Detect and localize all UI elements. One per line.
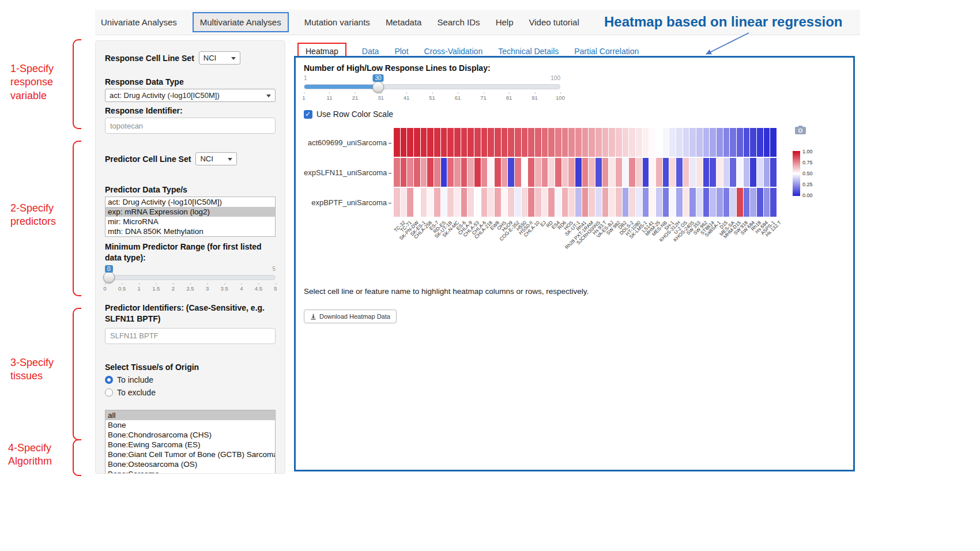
heatmap-cell[interactable] xyxy=(542,158,548,187)
panel-tab-plot[interactable]: Plot xyxy=(394,47,408,56)
listbox-option[interactable]: mir: MicroRNA xyxy=(105,217,275,227)
heatmap-cell[interactable] xyxy=(568,128,575,157)
heatmap-cell[interactable] xyxy=(595,128,602,157)
heatmap-cell[interactable] xyxy=(703,158,710,187)
heatmap-cell[interactable] xyxy=(515,128,521,157)
heatmap-cell[interactable] xyxy=(441,188,447,217)
heatmap-cell[interactable] xyxy=(683,188,689,217)
heatmap-cell[interactable] xyxy=(663,188,669,217)
panel-tab-partial-correlation[interactable]: Partial Correlation xyxy=(574,47,639,56)
heatmap-cell[interactable] xyxy=(555,158,561,187)
heatmap-cell[interactable] xyxy=(696,188,703,217)
heatmap-cell[interactable] xyxy=(744,158,750,187)
heatmap-row-label[interactable]: expBPTF_uniSarcoma xyxy=(304,198,394,207)
heatmap-cell[interactable] xyxy=(441,158,447,187)
heatmap-cell[interactable] xyxy=(568,158,575,187)
listbox-option[interactable]: Bone:Ewing Sarcoma (ES) xyxy=(105,440,275,450)
heatmap-cell[interactable] xyxy=(542,128,548,157)
heatmap-cell[interactable] xyxy=(481,128,488,157)
heatmap-cell[interactable] xyxy=(528,128,534,157)
heatmap-cell[interactable] xyxy=(535,158,541,187)
heatmap-cell[interactable] xyxy=(414,158,420,187)
heatmap-cell[interactable] xyxy=(394,158,400,187)
nav-tab-univariate-analyses[interactable]: Univariate Analyses xyxy=(101,17,177,27)
slider-handle[interactable] xyxy=(372,81,384,93)
heatmap-cell[interactable] xyxy=(488,188,494,217)
heatmap-cell[interactable] xyxy=(434,128,440,157)
response-data-type-select[interactable]: act: Drug Activity (-log10[IC50M]) xyxy=(105,89,276,102)
predictor-cell-line-set-select[interactable]: NCI xyxy=(195,152,237,165)
heatmap-cell[interactable] xyxy=(407,128,413,157)
heatmap-cell[interactable] xyxy=(468,188,474,217)
heatmap-cell[interactable] xyxy=(407,188,413,217)
heatmap-cell[interactable] xyxy=(461,158,468,187)
heatmap-cell[interactable] xyxy=(676,128,683,157)
listbox-option[interactable]: all xyxy=(105,410,275,420)
heatmap-cell[interactable] xyxy=(730,128,736,157)
heatmap-cell[interactable] xyxy=(548,158,555,187)
heatmap-cell[interactable] xyxy=(421,188,427,217)
download-heatmap-button[interactable]: Download Heatmap Data xyxy=(304,310,397,323)
nav-tab-multivariate-analyses[interactable]: Multivariate Analyses xyxy=(193,12,289,32)
heatmap-cell[interactable] xyxy=(602,188,609,217)
heatmap-cell[interactable] xyxy=(750,128,756,157)
heatmap-cell[interactable] xyxy=(737,158,743,187)
heatmap-cell[interactable] xyxy=(717,188,723,217)
heatmap-cell[interactable] xyxy=(488,128,494,157)
heatmap-cell[interactable] xyxy=(502,158,508,187)
heatmap-cell[interactable] xyxy=(750,158,756,187)
heatmap-cell[interactable] xyxy=(730,158,736,187)
heatmap-cell[interactable] xyxy=(623,158,629,187)
heatmap-cell[interactable] xyxy=(528,188,534,217)
heatmap-cell[interactable] xyxy=(421,158,427,187)
heatmap-cell[interactable] xyxy=(689,188,696,217)
heatmap-cell[interactable] xyxy=(649,188,655,217)
heatmap-cell[interactable] xyxy=(575,188,582,217)
heatmap-cell[interactable] xyxy=(575,158,582,187)
listbox-option[interactable]: Bone:Chondrosarcoma (CHS) xyxy=(105,430,275,440)
heatmap-cell[interactable] xyxy=(649,128,655,157)
predictor-data-types-listbox[interactable]: act: Drug Activity (-log10[IC50M])exp: m… xyxy=(105,197,276,237)
heatmap-cell[interactable] xyxy=(447,158,454,187)
listbox-option[interactable]: exp: mRNA Expression (log2) xyxy=(105,207,275,217)
heatmap-cell[interactable] xyxy=(562,158,568,187)
heatmap-cell[interactable] xyxy=(717,158,723,187)
heatmap-cell[interactable] xyxy=(468,158,474,187)
heatmap-cell[interactable] xyxy=(555,128,561,157)
heatmap-cell[interactable] xyxy=(481,158,488,187)
heatmap-cell[interactable] xyxy=(656,128,662,157)
heatmap-cell[interactable] xyxy=(508,158,514,187)
heatmap-cell[interactable] xyxy=(643,128,649,157)
heatmap-cell[interactable] xyxy=(474,158,481,187)
heatmap-cell[interactable] xyxy=(401,128,407,157)
heatmap-cell[interactable] xyxy=(710,188,716,217)
heatmap-cell[interactable] xyxy=(629,128,635,157)
heatmap-cell[interactable] xyxy=(623,128,629,157)
heatmap-cell[interactable] xyxy=(636,188,642,217)
lines-slider[interactable]: 1100301112131415161718191100 xyxy=(304,75,560,104)
heatmap-cell[interactable] xyxy=(609,188,615,217)
heatmap-cell[interactable] xyxy=(454,188,461,217)
listbox-option[interactable]: Bone:Sarcoma xyxy=(105,469,275,474)
heatmap-cell[interactable] xyxy=(609,128,615,157)
heatmap-cell[interactable] xyxy=(488,158,494,187)
heatmap-cell[interactable] xyxy=(508,128,514,157)
heatmap-cell[interactable] xyxy=(710,128,716,157)
panel-tab-data[interactable]: Data xyxy=(362,47,379,56)
heatmap-cell[interactable] xyxy=(703,128,710,157)
heatmap-cell[interactable] xyxy=(770,128,777,157)
heatmap-cell[interactable] xyxy=(582,128,589,157)
listbox-option[interactable]: act: Drug Activity (-log10[IC50M]) xyxy=(105,197,275,207)
heatmap-row-label[interactable]: expSLFN11_uniSarcoma xyxy=(304,168,394,177)
listbox-option[interactable]: mth: DNA 850K Methylation xyxy=(105,227,275,236)
heatmap-cell[interactable] xyxy=(474,128,481,157)
heatmap-cell[interactable] xyxy=(528,158,534,187)
heatmap-cell[interactable] xyxy=(744,188,750,217)
heatmap-cell[interactable] xyxy=(542,188,548,217)
radio-button[interactable] xyxy=(105,388,113,397)
heatmap-cell[interactable] xyxy=(643,188,649,217)
heatmap-cell[interactable] xyxy=(495,188,501,217)
camera-icon[interactable] xyxy=(795,126,806,134)
heatmap-cell[interactable] xyxy=(535,188,541,217)
heatmap-row-label[interactable]: act609699_uniSarcoma xyxy=(304,138,394,147)
